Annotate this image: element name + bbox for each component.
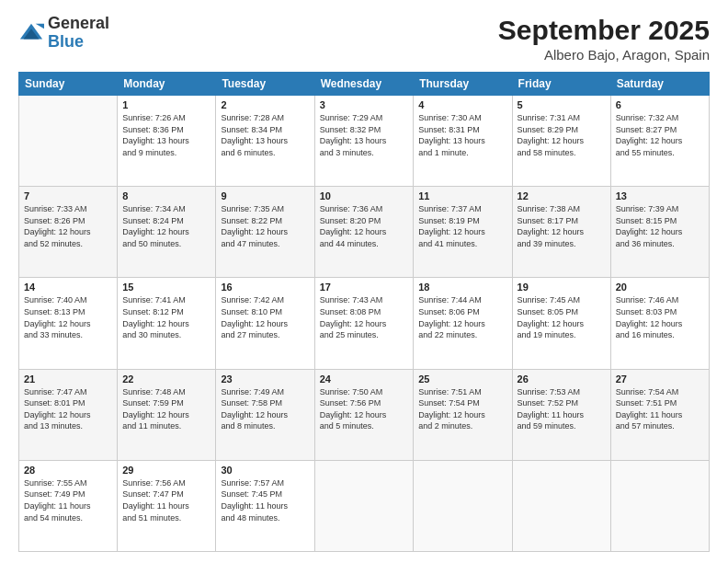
calendar-header-row: SundayMondayTuesdayWednesdayThursdayFrid… [19,73,710,96]
calendar-cell: 8Sunrise: 7:34 AM Sunset: 8:24 PM Daylig… [118,187,216,278]
day-number: 10 [320,190,409,201]
day-number: 6 [616,99,704,110]
calendar-cell: 16Sunrise: 7:42 AM Sunset: 8:10 PM Dayli… [216,278,314,369]
calendar-cell: 1Sunrise: 7:26 AM Sunset: 8:36 PM Daylig… [118,96,216,187]
logo-icon [18,20,44,46]
day-info: Sunrise: 7:41 AM Sunset: 8:12 PM Dayligh… [122,294,210,340]
day-info: Sunrise: 7:55 AM Sunset: 7:49 PM Dayligh… [24,477,112,523]
calendar-week-row: 14Sunrise: 7:40 AM Sunset: 8:13 PM Dayli… [19,278,710,369]
day-info: Sunrise: 7:28 AM Sunset: 8:34 PM Dayligh… [221,112,309,158]
day-info: Sunrise: 7:43 AM Sunset: 8:08 PM Dayligh… [320,294,409,340]
logo-blue: Blue [48,32,84,51]
day-info: Sunrise: 7:34 AM Sunset: 8:24 PM Dayligh… [122,203,210,249]
svg-marker-2 [36,24,44,29]
day-info: Sunrise: 7:54 AM Sunset: 7:51 PM Dayligh… [616,386,704,432]
calendar-cell: 5Sunrise: 7:31 AM Sunset: 8:29 PM Daylig… [512,96,610,187]
calendar-cell: 22Sunrise: 7:48 AM Sunset: 7:59 PM Dayli… [118,369,216,460]
month-title: September 2025 [498,15,710,45]
day-info: Sunrise: 7:40 AM Sunset: 8:13 PM Dayligh… [24,294,112,340]
day-info: Sunrise: 7:50 AM Sunset: 7:56 PM Dayligh… [320,386,409,432]
day-info: Sunrise: 7:37 AM Sunset: 8:19 PM Dayligh… [418,203,506,249]
day-number: 14 [24,282,112,293]
day-number: 29 [122,465,210,476]
day-info: Sunrise: 7:47 AM Sunset: 8:01 PM Dayligh… [24,386,112,432]
day-number: 24 [320,373,409,385]
day-number: 9 [221,190,309,201]
day-info: Sunrise: 7:48 AM Sunset: 7:59 PM Dayligh… [122,386,210,432]
calendar-day-header: Sunday [19,73,118,96]
day-number: 5 [518,99,606,110]
day-number: 19 [518,282,606,293]
calendar-cell: 27Sunrise: 7:54 AM Sunset: 7:51 PM Dayli… [610,369,709,460]
day-number: 3 [320,99,409,110]
day-number: 16 [221,282,309,293]
day-number: 18 [418,282,506,293]
day-number: 7 [24,190,112,201]
day-info: Sunrise: 7:32 AM Sunset: 8:27 PM Dayligh… [616,112,704,158]
day-number: 1 [122,99,210,110]
calendar-day-header: Thursday [414,73,512,96]
calendar-week-row: 28Sunrise: 7:55 AM Sunset: 7:49 PM Dayli… [19,460,710,551]
day-number: 13 [616,190,704,201]
day-info: Sunrise: 7:56 AM Sunset: 7:47 PM Dayligh… [122,477,210,523]
day-number: 20 [616,282,704,293]
calendar-week-row: 1Sunrise: 7:26 AM Sunset: 8:36 PM Daylig… [19,96,710,187]
calendar-cell: 18Sunrise: 7:44 AM Sunset: 8:06 PM Dayli… [414,278,512,369]
calendar-cell: 28Sunrise: 7:55 AM Sunset: 7:49 PM Dayli… [19,460,118,551]
day-info: Sunrise: 7:39 AM Sunset: 8:15 PM Dayligh… [616,203,704,249]
day-number: 26 [518,373,606,385]
day-info: Sunrise: 7:42 AM Sunset: 8:10 PM Dayligh… [221,294,309,340]
day-number: 28 [24,465,112,476]
calendar-cell: 2Sunrise: 7:28 AM Sunset: 8:34 PM Daylig… [216,96,314,187]
calendar-cell: 20Sunrise: 7:46 AM Sunset: 8:03 PM Dayli… [610,278,709,369]
day-info: Sunrise: 7:29 AM Sunset: 8:32 PM Dayligh… [320,112,409,158]
calendar-cell: 30Sunrise: 7:57 AM Sunset: 7:45 PM Dayli… [216,460,314,551]
calendar-cell: 3Sunrise: 7:29 AM Sunset: 8:32 PM Daylig… [314,96,414,187]
day-info: Sunrise: 7:51 AM Sunset: 7:54 PM Dayligh… [418,386,506,432]
calendar-day-header: Friday [512,73,610,96]
day-number: 25 [418,373,506,385]
calendar-day-header: Monday [118,73,216,96]
calendar-cell [512,460,610,551]
day-info: Sunrise: 7:49 AM Sunset: 7:58 PM Dayligh… [221,386,309,432]
calendar-cell: 13Sunrise: 7:39 AM Sunset: 8:15 PM Dayli… [610,187,709,278]
calendar-cell: 15Sunrise: 7:41 AM Sunset: 8:12 PM Dayli… [118,278,216,369]
day-number: 8 [122,190,210,201]
calendar: SundayMondayTuesdayWednesdayThursdayFrid… [18,72,710,552]
calendar-day-header: Saturday [610,73,709,96]
calendar-cell [19,96,118,187]
calendar-cell [414,460,512,551]
calendar-cell: 4Sunrise: 7:30 AM Sunset: 8:31 PM Daylig… [414,96,512,187]
calendar-cell [314,460,414,551]
day-info: Sunrise: 7:38 AM Sunset: 8:17 PM Dayligh… [518,203,606,249]
location-title: Albero Bajo, Aragon, Spain [498,47,710,63]
page: General Blue September 2025 Albero Bajo,… [0,0,728,563]
calendar-cell: 12Sunrise: 7:38 AM Sunset: 8:17 PM Dayli… [512,187,610,278]
day-info: Sunrise: 7:33 AM Sunset: 8:26 PM Dayligh… [24,203,112,249]
calendar-cell: 23Sunrise: 7:49 AM Sunset: 7:58 PM Dayli… [216,369,314,460]
calendar-cell: 14Sunrise: 7:40 AM Sunset: 8:13 PM Dayli… [19,278,118,369]
day-info: Sunrise: 7:26 AM Sunset: 8:36 PM Dayligh… [122,112,210,158]
calendar-cell: 11Sunrise: 7:37 AM Sunset: 8:19 PM Dayli… [414,187,512,278]
calendar-cell: 7Sunrise: 7:33 AM Sunset: 8:26 PM Daylig… [19,187,118,278]
logo-general: General [48,14,109,32]
day-info: Sunrise: 7:36 AM Sunset: 8:20 PM Dayligh… [320,203,409,249]
day-info: Sunrise: 7:44 AM Sunset: 8:06 PM Dayligh… [418,294,506,340]
day-number: 4 [418,99,506,110]
calendar-cell: 9Sunrise: 7:35 AM Sunset: 8:22 PM Daylig… [216,187,314,278]
calendar-cell: 25Sunrise: 7:51 AM Sunset: 7:54 PM Dayli… [414,369,512,460]
day-number: 11 [418,190,506,201]
calendar-cell: 6Sunrise: 7:32 AM Sunset: 8:27 PM Daylig… [610,96,709,187]
calendar-week-row: 21Sunrise: 7:47 AM Sunset: 8:01 PM Dayli… [19,369,710,460]
day-number: 30 [221,465,309,476]
day-number: 17 [320,282,409,293]
calendar-cell: 24Sunrise: 7:50 AM Sunset: 7:56 PM Dayli… [314,369,414,460]
day-info: Sunrise: 7:46 AM Sunset: 8:03 PM Dayligh… [616,294,704,340]
calendar-day-header: Wednesday [314,73,414,96]
day-info: Sunrise: 7:30 AM Sunset: 8:31 PM Dayligh… [418,112,506,158]
day-number: 22 [122,373,210,385]
day-number: 21 [24,373,112,385]
day-number: 12 [518,190,606,201]
calendar-day-header: Tuesday [216,73,314,96]
day-number: 23 [221,373,309,385]
